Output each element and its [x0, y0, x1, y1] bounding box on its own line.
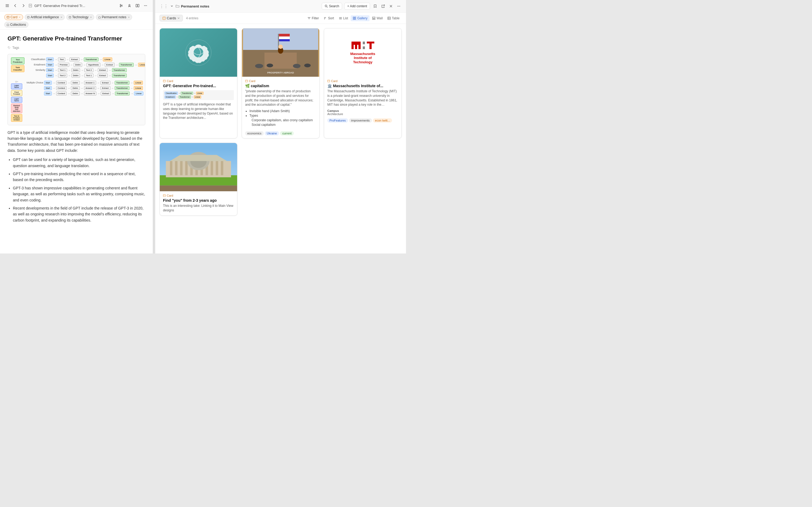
svg-rect-62 — [279, 34, 290, 37]
tech-chip-close[interactable]: × — [90, 15, 92, 19]
filter-label: Filter — [312, 16, 319, 20]
mit-building-svg — [160, 143, 237, 191]
card-chip-label: Card — [10, 15, 17, 19]
sort-icon — [324, 17, 327, 20]
more-button[interactable] — [143, 3, 149, 9]
d-start3c: Start — [46, 73, 54, 77]
ai-chip[interactable]: Artificial intelligence × — [25, 14, 65, 20]
external-link-button[interactable] — [380, 3, 386, 9]
svg-point-27 — [397, 6, 398, 6]
capitalism-sub-bullet-2: Social capitalism — [252, 123, 316, 127]
card-capitalism-tags: economics Ukraine current — [245, 131, 316, 135]
doc-bullet-4: Recent developments in the field of GPT … — [13, 205, 145, 223]
tag-current[interactable]: current — [280, 131, 294, 135]
svg-rect-80 — [363, 44, 365, 46]
app-window: GPT: Generative Pre-trained Tr... — [0, 0, 406, 253]
close-button[interactable] — [388, 3, 394, 9]
d-transformer1: Transformer — [84, 57, 99, 61]
svg-rect-64 — [279, 39, 290, 41]
tag-ukraine[interactable]: Ukraine — [265, 131, 279, 135]
menu-button[interactable] — [4, 3, 10, 9]
tag-economics[interactable]: economics — [245, 131, 264, 135]
card-find-you-desc: This is an interesting take: Linking it … — [163, 204, 234, 213]
svg-rect-90 — [180, 161, 183, 175]
feed-forward-box: Feed Forward — [11, 90, 22, 96]
d-linear1: Linear — [103, 57, 112, 61]
card-capitalism-image: PROSPERITY ABROAD — [242, 29, 319, 77]
svg-rect-75 — [355, 42, 357, 49]
scissors-button[interactable] — [118, 3, 124, 9]
cards-dropdown-icon — [162, 17, 166, 20]
mit-name: MassachusettsInstitute ofTechnology — [350, 52, 375, 64]
perm-chip-close[interactable]: × — [128, 15, 130, 19]
d-extract1: Extract — [69, 57, 80, 61]
card-mit-subdesc: Campus Architecture — [327, 109, 398, 116]
svg-rect-63 — [279, 37, 290, 39]
gallery-view-button[interactable]: Gallery — [351, 15, 369, 21]
close-icon — [389, 5, 393, 8]
card-gpt-type: Card — [163, 79, 234, 82]
list-view-button[interactable]: List — [337, 15, 350, 21]
cards-dropdown[interactable]: Cards — [159, 15, 183, 21]
card-chip[interactable]: Card — [4, 14, 23, 20]
card-capitalism-body: Card 🌿 capitalism "private ownership of … — [242, 77, 319, 138]
right-more-button[interactable] — [396, 3, 402, 9]
card-mit[interactable]: MassachusettsInstitute ofTechnology Card… — [324, 28, 402, 138]
d-start3a: Start — [46, 68, 54, 72]
card-gpt-title: GPT: Generative Pre-trained... — [163, 84, 234, 88]
tag-improvements[interactable]: improvements — [349, 118, 372, 123]
svg-point-29 — [400, 6, 400, 6]
add-content-button[interactable]: + Add content — [344, 3, 370, 10]
list-view-icon — [339, 17, 342, 20]
left-chips-row: Card Artificial intelligence × Technolo — [0, 11, 153, 30]
d-text1: Text — [58, 57, 65, 61]
card-find-you-title: Find "you" from 2-3 years ago — [163, 198, 234, 203]
bookmark-button[interactable] — [372, 3, 378, 9]
d-linear2: Linear — [138, 63, 145, 67]
card-gpt[interactable]: Card GPT: Generative Pre-trained... Clas… — [159, 28, 237, 138]
card-capitalism[interactable]: PROSPERITY ABROAD Card 🌿 capitalism — [242, 28, 319, 138]
pin-button[interactable] — [126, 3, 133, 9]
back-button[interactable] — [12, 3, 18, 9]
tech-chip[interactable]: Technology × — [66, 14, 94, 20]
filter-button[interactable]: Filter — [305, 15, 321, 21]
forward-button[interactable] — [20, 3, 26, 9]
svg-point-69 — [293, 64, 300, 68]
svg-rect-72 — [245, 80, 248, 82]
card-find-you[interactable]: Card Find "you" from 2-3 years ago This … — [159, 143, 237, 216]
card-mit-image: MassachusettsInstitute ofTechnology — [324, 29, 401, 77]
tech-chip-icon — [69, 16, 71, 18]
tag-econ[interactable]: econ twitt... — [373, 118, 392, 123]
breadcrumb: Permanent notes — [175, 4, 209, 8]
svg-rect-19 — [69, 16, 71, 18]
ai-chip-close[interactable]: × — [60, 15, 62, 19]
panel-drag-handle[interactable]: ⋮⋮ — [159, 4, 168, 9]
search-icon — [325, 5, 328, 8]
folder-icon — [175, 4, 180, 8]
capitalism-bullet-1: Invisible hand (Adam Smith) — [249, 109, 316, 113]
svg-rect-46 — [372, 18, 373, 19]
search-button[interactable]: Search — [322, 3, 342, 10]
ai-chip-icon — [27, 16, 30, 18]
split-button[interactable] — [135, 3, 141, 9]
cards-dropdown-label: Cards — [167, 16, 176, 20]
coll-chip[interactable]: Collections — [4, 22, 29, 27]
svg-point-66 — [278, 45, 283, 49]
tag-profeatures[interactable]: ProFeatures — [327, 118, 348, 123]
sort-button[interactable]: Sort — [322, 15, 336, 21]
table-view-button[interactable]: Table — [385, 15, 402, 21]
perm-chip-label: Permanent notes — [102, 15, 126, 19]
svg-rect-89 — [175, 161, 177, 175]
svg-point-70 — [304, 64, 311, 67]
mit-logo-letters — [351, 41, 374, 50]
mc-row1: Multiple Choice Start → Context → Delim … — [24, 81, 143, 85]
card-chip-icon — [7, 16, 9, 18]
card-find-you-type: Card — [163, 194, 234, 197]
layer-norm-box1: Layer Norm — [11, 83, 22, 89]
entries-count: 4 entries — [186, 16, 198, 20]
perm-chip[interactable]: Permanent notes × — [96, 14, 132, 20]
wall-view-button[interactable]: Wall — [370, 15, 385, 21]
d-extract2: Extract — [105, 63, 115, 67]
add-content-label: + Add content — [347, 4, 367, 8]
more-icon — [397, 4, 401, 8]
